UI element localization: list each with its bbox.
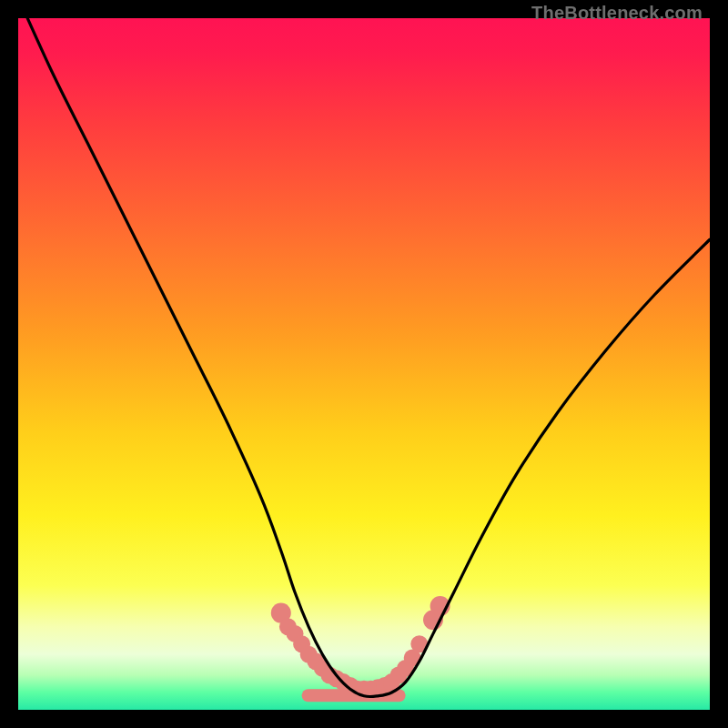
bottleneck-chart bbox=[18, 18, 710, 710]
plot-background bbox=[18, 18, 710, 710]
watermark-text: TheBottleneck.com bbox=[531, 3, 703, 24]
